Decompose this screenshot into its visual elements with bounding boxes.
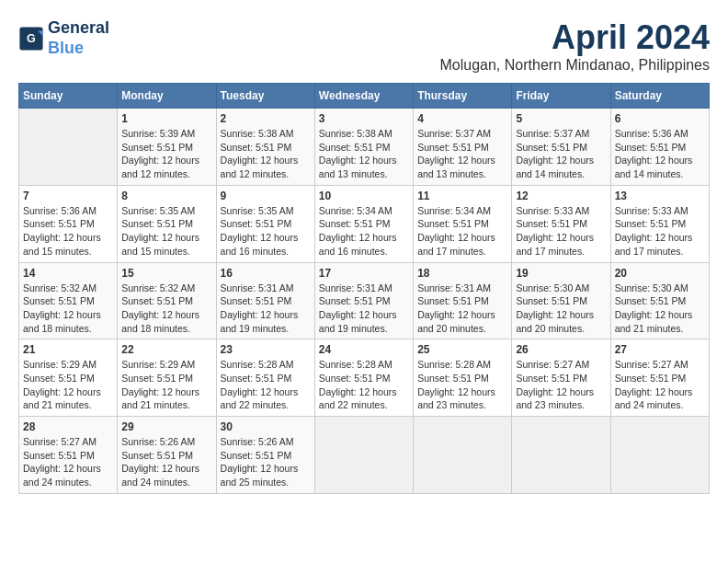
- calendar-table: SundayMondayTuesdayWednesdayThursdayFrid…: [18, 83, 710, 494]
- day-number: 12: [516, 190, 606, 202]
- header: G General Blue April 2024 Molugan, North…: [18, 18, 710, 74]
- day-number: 15: [121, 267, 211, 280]
- day-info: Sunrise: 5:33 AMSunset: 5:51 PMDaylight:…: [516, 204, 606, 259]
- calendar-cell: 22Sunrise: 5:29 AMSunset: 5:51 PMDayligh…: [118, 339, 216, 417]
- day-number: 9: [221, 190, 311, 202]
- calendar-cell: [610, 417, 709, 494]
- day-info: Sunrise: 5:28 AMSunset: 5:51 PMDaylight:…: [319, 358, 409, 412]
- day-number: 23: [221, 343, 311, 356]
- calendar-week-row: 21Sunrise: 5:29 AMSunset: 5:51 PMDayligh…: [19, 339, 710, 417]
- calendar-cell: 30Sunrise: 5:26 AMSunset: 5:51 PMDayligh…: [216, 417, 314, 494]
- day-info: Sunrise: 5:30 AMSunset: 5:51 PMDaylight:…: [516, 282, 606, 336]
- calendar-header-sunday: Sunday: [19, 84, 118, 109]
- day-info: Sunrise: 5:28 AMSunset: 5:51 PMDaylight:…: [417, 358, 507, 412]
- day-number: 5: [516, 112, 606, 125]
- day-number: 20: [615, 267, 705, 280]
- day-info: Sunrise: 5:32 AMSunset: 5:51 PMDaylight:…: [121, 282, 211, 336]
- logo-line1: General: [48, 18, 109, 39]
- day-info: Sunrise: 5:38 AMSunset: 5:51 PMDaylight:…: [319, 127, 409, 181]
- day-number: 3: [319, 112, 409, 125]
- day-info: Sunrise: 5:29 AMSunset: 5:51 PMDaylight:…: [23, 358, 113, 412]
- calendar-cell: 11Sunrise: 5:34 AMSunset: 5:51 PMDayligh…: [414, 185, 512, 262]
- page-container: G General Blue April 2024 Molugan, North…: [18, 18, 710, 494]
- svg-text:G: G: [27, 32, 36, 45]
- day-info: Sunrise: 5:36 AMSunset: 5:51 PMDaylight:…: [615, 127, 705, 181]
- calendar-cell: [19, 109, 118, 186]
- day-info: Sunrise: 5:33 AMSunset: 5:51 PMDaylight:…: [615, 204, 705, 259]
- calendar-week-row: 1Sunrise: 5:39 AMSunset: 5:51 PMDaylight…: [19, 109, 710, 186]
- calendar-cell: 29Sunrise: 5:26 AMSunset: 5:51 PMDayligh…: [118, 417, 216, 494]
- calendar-cell: 10Sunrise: 5:34 AMSunset: 5:51 PMDayligh…: [314, 185, 413, 262]
- calendar-cell: 27Sunrise: 5:27 AMSunset: 5:51 PMDayligh…: [610, 339, 709, 417]
- location-subtitle: Molugan, Northern Mindanao, Philippines: [439, 57, 710, 74]
- day-number: 2: [221, 112, 311, 125]
- day-info: Sunrise: 5:35 AMSunset: 5:51 PMDaylight:…: [221, 204, 311, 259]
- calendar-cell: 23Sunrise: 5:28 AMSunset: 5:51 PMDayligh…: [216, 339, 314, 417]
- day-number: 14: [23, 267, 113, 280]
- calendar-cell: 21Sunrise: 5:29 AMSunset: 5:51 PMDayligh…: [19, 339, 118, 417]
- calendar-header-row: SundayMondayTuesdayWednesdayThursdayFrid…: [19, 84, 710, 109]
- calendar-cell: 19Sunrise: 5:30 AMSunset: 5:51 PMDayligh…: [512, 262, 610, 339]
- day-number: 19: [516, 267, 606, 280]
- month-year-title: April 2024: [439, 18, 710, 57]
- calendar-cell: 9Sunrise: 5:35 AMSunset: 5:51 PMDaylight…: [216, 185, 314, 262]
- day-number: 21: [23, 343, 113, 356]
- day-info: Sunrise: 5:27 AMSunset: 5:51 PMDaylight:…: [516, 358, 606, 412]
- day-info: Sunrise: 5:34 AMSunset: 5:51 PMDaylight:…: [319, 204, 409, 259]
- calendar-cell: [414, 417, 512, 494]
- day-number: 11: [417, 190, 507, 202]
- day-number: 22: [121, 343, 211, 356]
- day-info: Sunrise: 5:26 AMSunset: 5:51 PMDaylight:…: [121, 435, 211, 489]
- day-number: 24: [319, 343, 409, 356]
- day-number: 29: [121, 420, 211, 433]
- calendar-cell: 20Sunrise: 5:30 AMSunset: 5:51 PMDayligh…: [610, 262, 709, 339]
- calendar-week-row: 14Sunrise: 5:32 AMSunset: 5:51 PMDayligh…: [19, 262, 710, 339]
- day-number: 13: [615, 190, 705, 202]
- day-info: Sunrise: 5:28 AMSunset: 5:51 PMDaylight:…: [221, 358, 311, 412]
- calendar-cell: 28Sunrise: 5:27 AMSunset: 5:51 PMDayligh…: [19, 417, 118, 494]
- day-info: Sunrise: 5:31 AMSunset: 5:51 PMDaylight:…: [319, 282, 409, 336]
- calendar-cell: [512, 417, 610, 494]
- logo-icon: G: [18, 26, 44, 52]
- day-info: Sunrise: 5:30 AMSunset: 5:51 PMDaylight:…: [615, 282, 705, 336]
- calendar-cell: 12Sunrise: 5:33 AMSunset: 5:51 PMDayligh…: [512, 185, 610, 262]
- calendar-cell: 24Sunrise: 5:28 AMSunset: 5:51 PMDayligh…: [314, 339, 413, 417]
- day-info: Sunrise: 5:35 AMSunset: 5:51 PMDaylight:…: [121, 204, 211, 259]
- day-info: Sunrise: 5:36 AMSunset: 5:51 PMDaylight:…: [23, 204, 113, 259]
- calendar-cell: 16Sunrise: 5:31 AMSunset: 5:51 PMDayligh…: [216, 262, 314, 339]
- calendar-cell: 15Sunrise: 5:32 AMSunset: 5:51 PMDayligh…: [118, 262, 216, 339]
- calendar-header-monday: Monday: [118, 84, 216, 109]
- day-info: Sunrise: 5:37 AMSunset: 5:51 PMDaylight:…: [516, 127, 606, 181]
- calendar-cell: 8Sunrise: 5:35 AMSunset: 5:51 PMDaylight…: [118, 185, 216, 262]
- calendar-cell: 2Sunrise: 5:38 AMSunset: 5:51 PMDaylight…: [216, 109, 314, 186]
- calendar-cell: 5Sunrise: 5:37 AMSunset: 5:51 PMDaylight…: [512, 109, 610, 186]
- day-number: 30: [221, 420, 311, 433]
- calendar-cell: 14Sunrise: 5:32 AMSunset: 5:51 PMDayligh…: [19, 262, 118, 339]
- calendar-header-friday: Friday: [512, 84, 610, 109]
- day-info: Sunrise: 5:29 AMSunset: 5:51 PMDaylight:…: [121, 358, 211, 412]
- day-info: Sunrise: 5:39 AMSunset: 5:51 PMDaylight:…: [121, 127, 211, 181]
- day-info: Sunrise: 5:31 AMSunset: 5:51 PMDaylight:…: [221, 282, 311, 336]
- calendar-week-row: 28Sunrise: 5:27 AMSunset: 5:51 PMDayligh…: [19, 417, 710, 494]
- calendar-header-wednesday: Wednesday: [314, 84, 413, 109]
- calendar-cell: 18Sunrise: 5:31 AMSunset: 5:51 PMDayligh…: [414, 262, 512, 339]
- calendar-cell: 7Sunrise: 5:36 AMSunset: 5:51 PMDaylight…: [19, 185, 118, 262]
- calendar-cell: 3Sunrise: 5:38 AMSunset: 5:51 PMDaylight…: [314, 109, 413, 186]
- calendar-cell: 25Sunrise: 5:28 AMSunset: 5:51 PMDayligh…: [414, 339, 512, 417]
- calendar-cell: 13Sunrise: 5:33 AMSunset: 5:51 PMDayligh…: [610, 185, 709, 262]
- calendar-header-thursday: Thursday: [414, 84, 512, 109]
- day-number: 1: [121, 112, 211, 125]
- day-info: Sunrise: 5:38 AMSunset: 5:51 PMDaylight:…: [221, 127, 311, 181]
- calendar-cell: 1Sunrise: 5:39 AMSunset: 5:51 PMDaylight…: [118, 109, 216, 186]
- day-number: 10: [319, 190, 409, 202]
- day-number: 8: [121, 190, 211, 202]
- calendar-header-tuesday: Tuesday: [216, 84, 314, 109]
- calendar-cell: [314, 417, 413, 494]
- day-info: Sunrise: 5:26 AMSunset: 5:51 PMDaylight:…: [221, 435, 311, 489]
- day-number: 27: [615, 343, 705, 356]
- day-number: 18: [417, 267, 507, 280]
- calendar-cell: 4Sunrise: 5:37 AMSunset: 5:51 PMDaylight…: [414, 109, 512, 186]
- logo-line2: Blue: [48, 39, 109, 59]
- day-number: 26: [516, 343, 606, 356]
- day-info: Sunrise: 5:31 AMSunset: 5:51 PMDaylight:…: [417, 282, 507, 336]
